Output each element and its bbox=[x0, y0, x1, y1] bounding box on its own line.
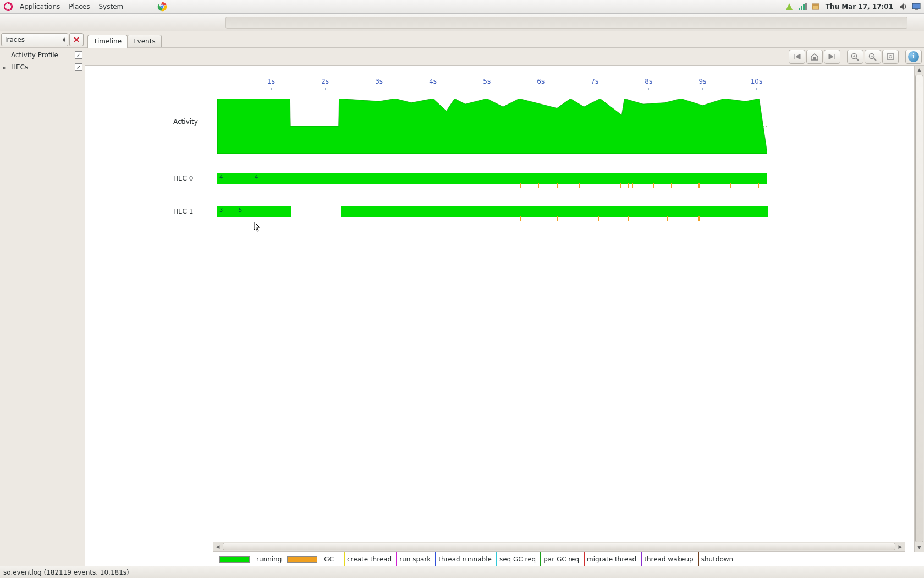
gnome-menu-places[interactable]: Places bbox=[64, 0, 94, 13]
timeline-toolbar: i bbox=[85, 48, 924, 66]
legend-item: create thread bbox=[344, 552, 396, 566]
trace-tree: Activity Profile ✓ ▸ HECs ✓ bbox=[0, 48, 85, 566]
vscrollbar[interactable]: ▲ ▼ bbox=[914, 66, 924, 552]
clear-icon bbox=[73, 36, 80, 43]
zoom-in-icon bbox=[851, 53, 860, 61]
tab-events[interactable]: Events bbox=[127, 35, 162, 47]
legend-swatch-running bbox=[219, 556, 250, 563]
time-tick-label: 3s bbox=[375, 78, 383, 85]
gc-tick bbox=[653, 183, 654, 188]
legend-item: thread wakeup bbox=[641, 552, 697, 566]
hec1-bar-seg1 bbox=[217, 206, 292, 217]
gc-tick bbox=[758, 183, 759, 188]
zoom-fit-icon bbox=[886, 53, 895, 61]
hscroll-thumb[interactable] bbox=[223, 543, 895, 550]
tree-row-activity-profile[interactable]: Activity Profile ✓ bbox=[0, 49, 85, 61]
tray-monitor-icon[interactable] bbox=[912, 2, 921, 11]
zoom-in-button[interactable] bbox=[847, 50, 864, 64]
time-tick-label: 8s bbox=[645, 78, 652, 85]
gnome-menu-applications[interactable]: Applications bbox=[15, 0, 64, 13]
svg-rect-13 bbox=[915, 9, 918, 10]
app-toolbar bbox=[0, 14, 924, 31]
vscroll-down-icon[interactable]: ▼ bbox=[915, 543, 924, 552]
svg-line-18 bbox=[856, 58, 859, 61]
tree-row-hecs[interactable]: ▸ HECs ✓ bbox=[0, 61, 85, 73]
timeline-canvas[interactable]: Activity HEC 0 HEC 1 1s2s3s4s5s6s7s8s9s1… bbox=[85, 66, 914, 552]
vscroll-thumb[interactable] bbox=[915, 75, 923, 542]
svg-rect-24 bbox=[887, 54, 894, 59]
time-tick-mark bbox=[595, 88, 595, 90]
hec1-bar-seg2 bbox=[341, 206, 767, 217]
traces-combo[interactable]: Traces ▴▾ bbox=[1, 33, 68, 46]
nav-home-button[interactable] bbox=[806, 50, 823, 64]
traces-combo-label: Traces bbox=[4, 36, 25, 43]
tray-network-icon[interactable] bbox=[798, 2, 807, 11]
tray-volume-icon[interactable] bbox=[899, 2, 908, 11]
time-tick-mark bbox=[379, 88, 380, 90]
clear-button[interactable] bbox=[69, 33, 84, 46]
time-tick-label: 6s bbox=[537, 78, 544, 85]
legend-swatch-gc bbox=[287, 556, 317, 563]
time-tick-label: 9s bbox=[698, 78, 706, 85]
legend: running GC create threadrun sparkthread … bbox=[85, 552, 924, 566]
hec0-annot: 4 bbox=[219, 174, 223, 180]
time-tick-mark bbox=[433, 88, 433, 90]
svg-rect-7 bbox=[803, 4, 805, 10]
time-axis bbox=[217, 88, 767, 88]
legend-label-running: running bbox=[256, 555, 287, 563]
gc-tick bbox=[667, 216, 668, 221]
nav-last-button[interactable] bbox=[824, 50, 840, 64]
expander-icon[interactable]: ▸ bbox=[3, 64, 9, 70]
checkbox-hecs[interactable]: ✓ bbox=[75, 63, 82, 71]
legend-item-label: thread runnable bbox=[438, 555, 492, 563]
time-tick-label: 4s bbox=[429, 78, 437, 85]
svg-marker-11 bbox=[900, 3, 904, 10]
svg-line-22 bbox=[874, 58, 876, 61]
tabs-row: Timeline Events bbox=[85, 31, 924, 48]
time-tick-label: 10s bbox=[751, 78, 763, 85]
vscroll-up-icon[interactable]: ▲ bbox=[915, 66, 924, 74]
time-tick-mark bbox=[648, 88, 649, 90]
gnome-menu-system[interactable]: System bbox=[94, 0, 128, 13]
goto-last-icon bbox=[828, 53, 837, 61]
gnome-clock[interactable]: Thu Mar 17, 17:01 bbox=[822, 3, 897, 10]
checkbox-activity[interactable]: ✓ bbox=[75, 51, 82, 59]
tree-label: Activity Profile bbox=[9, 51, 75, 59]
tab-timeline[interactable]: Timeline bbox=[87, 35, 128, 48]
hscroll-left-icon[interactable]: ◀ bbox=[213, 542, 222, 551]
legend-item-label: thread wakeup bbox=[644, 555, 693, 563]
nav-first-button[interactable] bbox=[789, 50, 805, 64]
sidebar-controls: Traces ▴▾ bbox=[0, 31, 85, 48]
gc-tick bbox=[579, 183, 580, 188]
legend-item: seq GC req bbox=[496, 552, 540, 566]
zoom-out-button[interactable] bbox=[865, 50, 881, 64]
threadscope-window: Traces ▴▾ Activity Profile ✓ ▸ HECs ✓ bbox=[0, 14, 924, 578]
legend-item-label: create thread bbox=[347, 555, 392, 563]
zoom-fit-button[interactable] bbox=[882, 50, 899, 64]
info-button[interactable]: i bbox=[905, 50, 922, 64]
chrome-launcher-icon[interactable] bbox=[157, 2, 167, 12]
status-text: so.eventlog (182119 events, 10.181s) bbox=[3, 569, 129, 576]
gnome-top-panel: Applications Places System Thu Mar 17, 1… bbox=[0, 0, 924, 14]
hscrollbar[interactable]: ◀ ▶ bbox=[213, 542, 905, 552]
tray-update-icon[interactable] bbox=[811, 2, 820, 11]
tray-torrent-icon[interactable] bbox=[785, 2, 794, 11]
gc-tick bbox=[557, 183, 558, 188]
gc-tick bbox=[598, 216, 599, 221]
svg-rect-5 bbox=[799, 8, 800, 10]
hec1-annot: 5 bbox=[239, 207, 242, 213]
svg-rect-12 bbox=[912, 3, 920, 9]
timeline-viewport: Activity HEC 0 HEC 1 1s2s3s4s5s6s7s8s9s1… bbox=[85, 66, 924, 552]
svg-rect-6 bbox=[801, 6, 802, 10]
statusbar: so.eventlog (182119 events, 10.181s) bbox=[0, 566, 924, 578]
legend-item-label: par GC req bbox=[543, 555, 579, 563]
time-tick-label: 5s bbox=[483, 78, 491, 85]
gc-tick bbox=[620, 183, 622, 188]
time-tick-label: 2s bbox=[321, 78, 329, 85]
info-icon: i bbox=[908, 51, 919, 62]
hec1-tail-mark bbox=[766, 206, 768, 217]
debian-logo-icon[interactable] bbox=[3, 2, 13, 12]
tree-label: HECs bbox=[9, 63, 75, 71]
legend-item: run spark bbox=[396, 552, 435, 566]
hscroll-right-icon[interactable]: ▶ bbox=[896, 542, 905, 551]
